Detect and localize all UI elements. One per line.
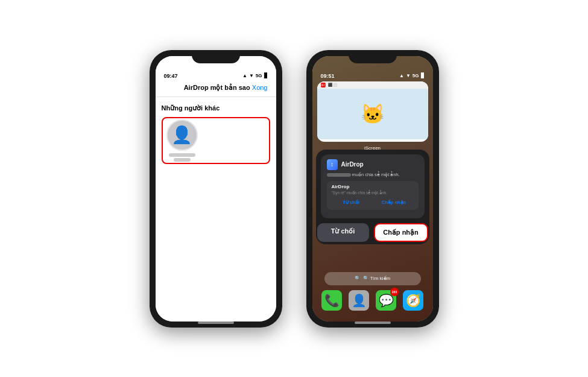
wifi-icon: ▼ (249, 73, 254, 78)
nav-action-done[interactable]: Xong (252, 84, 268, 91)
dock-contacts[interactable]: 👤 (349, 290, 369, 311)
sender-blur (327, 173, 351, 177)
network2-badge: 5G (413, 73, 419, 78)
airdrop-modal: ↕ AirDrop muốn chia sẻ một ảnh. AirDrop … (316, 150, 429, 244)
nav-bar-1: AirDrop một bản sao Xong (156, 81, 276, 97)
phone-icon: 📞 (324, 293, 340, 308)
phone-2-screen: 09:51 ▲ ▼ 5G ▊ REC ⬛ ⬜ 🐱 (312, 56, 433, 322)
decline-main-button[interactable]: Từ chối (317, 223, 369, 242)
dock-phone[interactable]: 📞 (321, 290, 342, 311)
status-time-1: 09:47 (164, 73, 178, 79)
airdrop-modal-body: muốn chia sẻ một ảnh. (327, 172, 419, 177)
phone-1-screen: 09:47 ▲ ▼ 5G ▊ AirDrop một bản sao Xong … (156, 56, 276, 322)
notch-1 (192, 50, 240, 63)
inner-card-buttons: Từ chối Chấp nhận (332, 198, 414, 207)
contact-item[interactable]: 👤 (164, 119, 200, 162)
cat-emoji: 🐱 (361, 103, 385, 125)
search-label: 🔍 Tìm kiếm (363, 276, 391, 281)
app-card-content: 🐱 (317, 89, 428, 139)
rec-dot: REC (321, 83, 326, 87)
dock-safari[interactable]: 🧭 (403, 290, 423, 311)
airdrop-modal-title: AirDrop (341, 161, 364, 168)
home-bar-2 (355, 322, 391, 324)
status-icons-1: ▲ ▼ 5G ▊ (242, 73, 268, 78)
avatar-icon: 👤 (171, 127, 192, 144)
rec-label: REC (320, 83, 326, 87)
inner-card-body: "Syn ré" muốn chia sẻ một ảnh. (332, 191, 414, 195)
phone-2-screen-content: 09:51 ▲ ▼ 5G ▊ REC ⬛ ⬜ 🐱 (312, 56, 433, 322)
nav-title-1: AirDrop một bản sao (182, 84, 252, 92)
search-bar[interactable]: 🔍 🔍 Tìm kiếm (324, 272, 421, 285)
airdrop-icon: ↕ (327, 159, 338, 170)
inner-accept-btn[interactable]: Chấp nhận (375, 198, 414, 207)
cat-illustration: 🐱 (352, 96, 394, 132)
signal-icon: ▲ (242, 73, 247, 78)
phone-1: 09:47 ▲ ▼ 5G ▊ AirDrop một bản sao Xong … (150, 50, 282, 328)
network-badge: 5G (256, 73, 262, 78)
phone-2: 09:51 ▲ ▼ 5G ▊ REC ⬛ ⬜ 🐱 (306, 50, 439, 328)
airdrop-contact-list: Những người khác 👤 (156, 97, 276, 322)
modal-actions: Từ chối Chấp nhận (316, 223, 429, 244)
safari-icon: 🧭 (406, 293, 421, 308)
section-title-1: Những người khác (162, 104, 270, 112)
contacts-icon: 👤 (352, 293, 367, 308)
app-card-header: REC ⬛ ⬜ (317, 81, 428, 89)
dock-row: 📞 👤 💬 280 🧭 (318, 290, 427, 311)
accept-main-button[interactable]: Chấp nhận (374, 223, 428, 242)
battery2-icon: ▊ (421, 73, 425, 78)
status-time-2: 09:51 (321, 73, 335, 79)
avatar-box: 👤 (166, 119, 198, 151)
contact-name-line2 (174, 158, 191, 162)
messages-badge: 280 (390, 288, 399, 296)
iscreen-card: REC ⬛ ⬜ 🐱 (317, 81, 428, 142)
status-bar-2: 09:51 ▲ ▼ 5G ▊ (312, 56, 433, 81)
contact-name-line1 (169, 153, 195, 157)
app-header-icons: ⬛ ⬜ (328, 83, 338, 87)
inner-card-title: AirDrop (332, 184, 414, 189)
modal-inner: ↕ AirDrop muốn chia sẻ một ảnh. AirDrop … (321, 154, 425, 218)
status-icons-2: ▲ ▼ 5G ▊ (399, 73, 425, 78)
inner-decline-btn[interactable]: Từ chối (332, 198, 371, 207)
inner-notification-card: AirDrop "Syn ré" muốn chia sẻ một ảnh. T… (327, 181, 419, 210)
phone-1-screen-content: 09:47 ▲ ▼ 5G ▊ AirDrop một bản sao Xong … (156, 56, 276, 322)
signal2-icon: ▲ (399, 73, 404, 78)
wifi2-icon: ▼ (406, 73, 411, 78)
home-bar-1 (198, 322, 234, 324)
battery-icon: ▊ (264, 73, 268, 78)
modal-title-row: ↕ AirDrop (327, 159, 419, 170)
contact-item-selected[interactable]: 👤 (162, 117, 270, 164)
dock-messages[interactable]: 💬 280 (376, 290, 396, 311)
search-icon: 🔍 (355, 276, 361, 281)
